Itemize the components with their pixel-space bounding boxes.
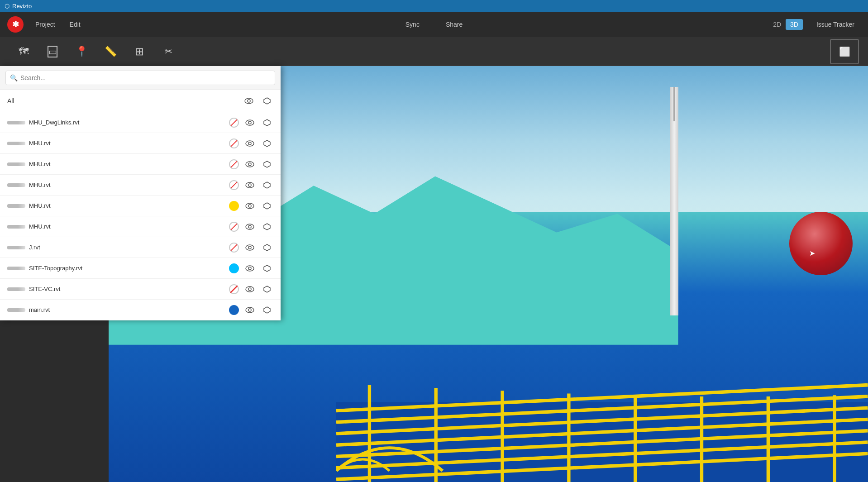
- list-row: MHU.rvt: [0, 133, 281, 154]
- list-all-icons: [243, 95, 273, 107]
- add-tool-button[interactable]: ⊞: [125, 39, 154, 64]
- list-all-label: All: [7, 97, 243, 105]
- row-box-button[interactable]: [261, 220, 273, 233]
- row-box-button[interactable]: [261, 137, 273, 150]
- row-box-button[interactable]: [261, 262, 273, 275]
- list-row: MHU_DwgLinks.rvt: [0, 112, 281, 133]
- location-tool-button[interactable]: 📍: [67, 39, 96, 64]
- menu-item-edit[interactable]: Edit: [63, 18, 87, 31]
- row-color-bar: [7, 267, 25, 270]
- cut-tool-button[interactable]: ✂: [154, 39, 183, 64]
- map-tool-button[interactable]: 🗺: [9, 39, 38, 64]
- list-row: MHU.rvt: [0, 196, 281, 216]
- svg-point-8: [248, 142, 251, 145]
- row-eye-button[interactable]: [243, 137, 256, 150]
- menu-item-project[interactable]: Project: [29, 18, 62, 31]
- list-row: main.rvt: [0, 300, 281, 320]
- measure-tool-button[interactable]: 📏: [96, 39, 125, 64]
- view-toggle: 2D 3D: [768, 19, 803, 30]
- row-color-bar: [7, 183, 25, 187]
- row-color-bar: [7, 204, 25, 208]
- row-icons: [229, 200, 273, 212]
- all-eye-icon[interactable]: [243, 95, 255, 107]
- row-eye-button[interactable]: [243, 116, 256, 129]
- row-color-bar: [7, 142, 25, 145]
- list-row: SITE-Topography.rvt: [0, 258, 281, 279]
- row-color-button[interactable]: [229, 201, 239, 211]
- row-color-button[interactable]: [229, 305, 239, 315]
- row-box-button[interactable]: [261, 200, 273, 212]
- svg-point-24: [246, 307, 254, 313]
- row-name: MHU_DwgLinks.rvt: [29, 119, 229, 126]
- svg-point-7: [246, 141, 254, 146]
- svg-point-14: [248, 205, 251, 207]
- menu-sync[interactable]: Sync: [399, 18, 426, 31]
- svg-line-21: [231, 286, 237, 292]
- menu-center: Sync Share: [399, 18, 469, 31]
- svg-point-3: [245, 98, 253, 104]
- menu-share[interactable]: Share: [439, 18, 469, 31]
- list-all-row: All: [0, 90, 281, 112]
- dropdown-panel: 🔍 All: [0, 66, 281, 320]
- title-bar-logo: ⬡: [5, 3, 10, 10]
- all-box-icon[interactable]: [261, 95, 273, 107]
- row-eye-button[interactable]: [243, 200, 256, 212]
- row-color-button[interactable]: [229, 180, 239, 190]
- row-color-button[interactable]: [229, 284, 239, 294]
- row-name: main.rvt: [29, 306, 229, 313]
- row-eye-button[interactable]: [243, 158, 256, 171]
- row-box-button[interactable]: [261, 283, 273, 296]
- svg-point-25: [248, 309, 251, 311]
- search-area: 🔍: [0, 66, 281, 90]
- row-color-bar: [7, 287, 25, 291]
- svg-point-12: [248, 184, 251, 186]
- title-bar-name: Revizto: [12, 3, 32, 10]
- row-name: MHU.rvt: [29, 181, 229, 188]
- row-color-button[interactable]: [229, 159, 239, 169]
- row-icons: [229, 220, 273, 233]
- search-icon: 🔍: [10, 74, 18, 81]
- row-eye-button[interactable]: [243, 283, 256, 296]
- row-color-button[interactable]: [229, 222, 239, 232]
- svg-point-13: [246, 203, 254, 209]
- view-3d-button[interactable]: 3D: [786, 19, 803, 30]
- row-box-button[interactable]: [261, 304, 273, 316]
- row-color-button[interactable]: [229, 138, 239, 148]
- app-logo[interactable]: ✱: [7, 16, 24, 33]
- row-eye-button[interactable]: [243, 262, 256, 275]
- row-name: MHU.rvt: [29, 161, 229, 167]
- search-input[interactable]: [5, 71, 275, 85]
- list-row: SITE-VC.rvt: [0, 279, 281, 300]
- row-icons: [229, 179, 273, 191]
- svg-point-16: [248, 225, 251, 228]
- svg-point-9: [246, 162, 254, 167]
- row-color-button[interactable]: [229, 118, 239, 128]
- row-color-bar: [7, 308, 25, 312]
- row-color-button[interactable]: [229, 263, 239, 273]
- row-eye-button[interactable]: [243, 179, 256, 191]
- row-icons: [229, 283, 273, 296]
- svg-point-6: [248, 121, 251, 124]
- svg-point-18: [248, 246, 251, 249]
- row-eye-button[interactable]: [243, 220, 256, 233]
- list-row: J.rvt: [0, 237, 281, 258]
- svg-point-23: [248, 288, 251, 291]
- row-name: SITE-Topography.rvt: [29, 265, 229, 272]
- svg-point-15: [246, 224, 254, 229]
- cube-view-button[interactable]: ⬜: [830, 39, 859, 64]
- row-color-bar: [7, 225, 25, 229]
- view-2d-button[interactable]: 2D: [768, 19, 786, 30]
- row-eye-button[interactable]: [243, 304, 256, 316]
- row-box-button[interactable]: [261, 158, 273, 171]
- issue-tracker-button[interactable]: Issue Tracker: [810, 18, 861, 31]
- row-box-button[interactable]: [261, 116, 273, 129]
- row-icons: [229, 116, 273, 129]
- row-eye-button[interactable]: [243, 241, 256, 254]
- row-name: MHU.rvt: [29, 202, 229, 209]
- row-box-button[interactable]: [261, 241, 273, 254]
- row-name: MHU.rvt: [29, 223, 229, 230]
- row-color-button[interactable]: [229, 243, 239, 253]
- yellow-structures: [336, 253, 868, 482]
- row-box-button[interactable]: [261, 179, 273, 191]
- section-tool-button[interactable]: ▭: [38, 39, 67, 64]
